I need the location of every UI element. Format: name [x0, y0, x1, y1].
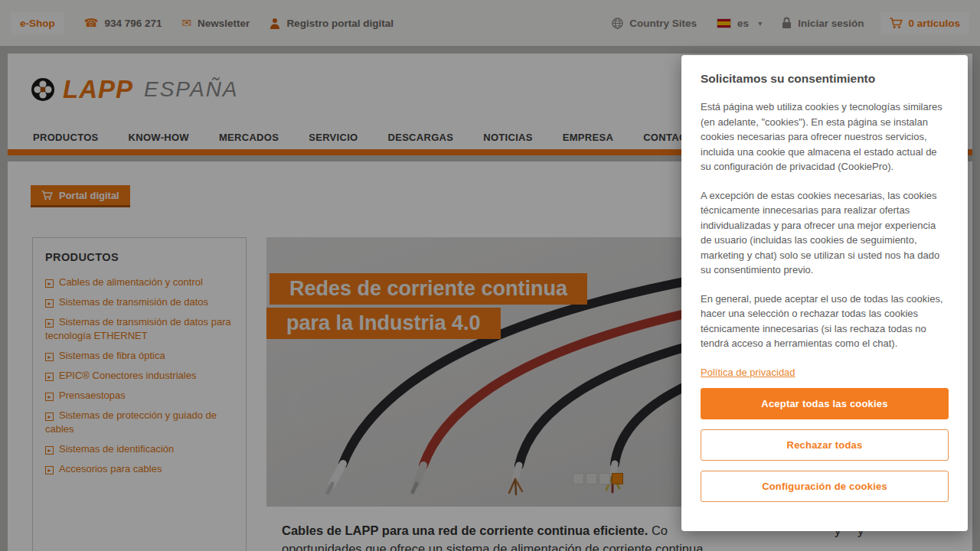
- cookie-consent-dialog: Solicitamos su consentimiento Está págin…: [681, 55, 968, 531]
- accept-all-cookies-button[interactable]: Aceptar todas las cookies: [701, 388, 949, 419]
- cookie-paragraph-1: Está página web utiliza cookies y tecnol…: [701, 99, 949, 174]
- reject-all-cookies-button[interactable]: Rechazar todas: [701, 429, 949, 461]
- page: e-Shop ☎ 934 796 271 ✉ Newsletter Regist…: [0, 0, 980, 551]
- cookie-paragraph-3: En general, puede aceptar el uso de toda…: [701, 292, 949, 351]
- cookie-dialog-title: Solicitamos su consentimiento: [701, 72, 949, 86]
- privacy-policy-link[interactable]: Política de privacidad: [701, 367, 795, 378]
- cookie-settings-button[interactable]: Configuración de cookies: [701, 471, 949, 502]
- cookie-paragraph-2: A excepción de estas cookies necesarias,…: [701, 188, 949, 278]
